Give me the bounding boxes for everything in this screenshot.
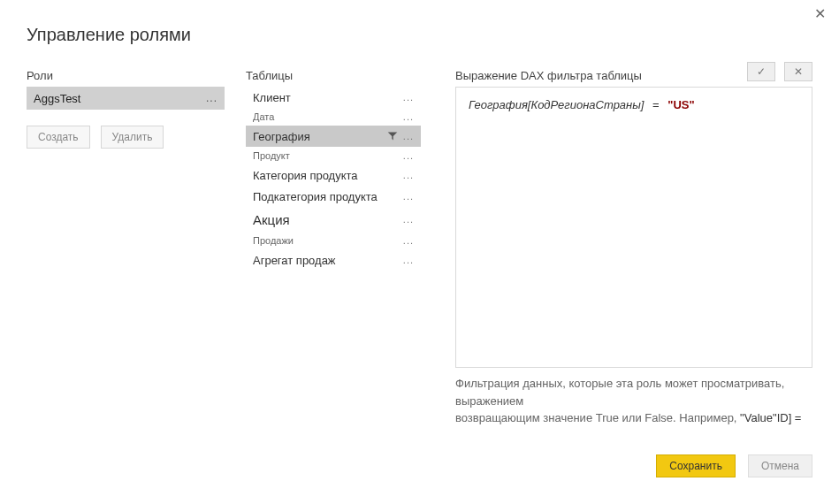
table-item-label: Клиент [253,91,291,104]
dax-hint-line1: Фильтрация данных, которые эта роль може… [455,377,784,408]
table-item[interactable]: Продукт ... [246,147,421,164]
table-item[interactable]: Агрегат продаж ... [246,249,421,271]
table-item[interactable]: Клиент ... [246,87,421,108]
table-item-menu[interactable]: ... [403,214,414,225]
table-item-menu[interactable]: ... [403,235,414,246]
dax-action-buttons: ✓ ✕ [747,62,812,81]
filter-icon [387,131,398,141]
table-item-label: Дата [253,111,274,122]
dax-value: "US" [667,98,694,111]
table-item-menu[interactable]: ... [403,150,414,161]
dax-expression-line: География[КодРегионаСтраны] = "US" [469,98,799,111]
roles-section-label: Роли [27,69,53,82]
x-icon: ✕ [794,65,803,78]
table-item-menu[interactable]: ... [403,255,414,265]
table-item-label: Продажи [253,235,294,246]
close-icon: ✕ [814,7,826,21]
dax-hint-line2-pre: возвращающим значение True или False. На… [455,411,736,424]
table-item-label: Категория продукта [253,169,358,182]
table-item[interactable]: Дата ... [246,108,421,126]
dax-editor[interactable]: География[КодРегионаСтраны] = "US" [455,87,812,368]
table-item-label: Подкатегория продукта [253,190,378,203]
dax-hint-line2-val: "Value" [740,411,777,424]
dax-section-label: Выражение DAX фильтра таблицы [455,69,642,82]
dialog-footer: Сохранить Отмена [656,454,812,477]
table-item-menu[interactable]: ... [403,92,414,103]
delete-role-button[interactable]: Удалить [101,126,164,149]
table-item[interactable]: Продажи ... [246,232,421,249]
table-item-menu[interactable]: ... [403,131,414,141]
dax-hint: Фильтрация данных, которые эта роль може… [455,375,837,427]
table-item[interactable]: Категория продукта ... [246,164,421,186]
dax-cancel-button[interactable]: ✕ [784,62,812,81]
table-item-label: География [253,130,310,143]
role-item[interactable]: AggsTest ... [27,87,225,110]
tables-panel: Клиент ... Дата ... География ... Продук… [246,87,421,271]
table-item[interactable]: География ... [246,126,421,147]
table-item[interactable]: Акция ... [246,207,421,232]
role-item-label: AggsTest [34,92,80,105]
check-icon: ✓ [757,65,766,78]
close-dialog-button[interactable]: ✕ [811,5,828,23]
dax-operator: = [652,98,660,111]
table-item-menu[interactable]: ... [403,170,414,180]
dax-column: География[КодРегионаСтраны] [469,98,644,111]
save-button[interactable]: Сохранить [656,454,736,477]
table-item-menu[interactable]: ... [403,111,414,122]
role-item-menu[interactable]: ... [206,92,217,104]
table-item-label: Продукт [253,150,290,161]
table-item-label: Акция [253,212,290,227]
roles-panel: AggsTest ... Создать Удалить [27,87,225,149]
table-item[interactable]: Подкатегория продукта ... [246,186,421,207]
table-item-menu[interactable]: ... [403,191,414,202]
dax-hint-line2-post: ID] = [777,411,802,424]
tables-section-label: Таблицы [246,69,293,82]
cancel-button[interactable]: Отмена [748,454,812,477]
create-role-button[interactable]: Создать [27,126,90,149]
table-item-label: Агрегат продаж [253,254,336,267]
dialog-title: Управление ролями [27,25,191,45]
dax-confirm-button[interactable]: ✓ [747,62,775,81]
